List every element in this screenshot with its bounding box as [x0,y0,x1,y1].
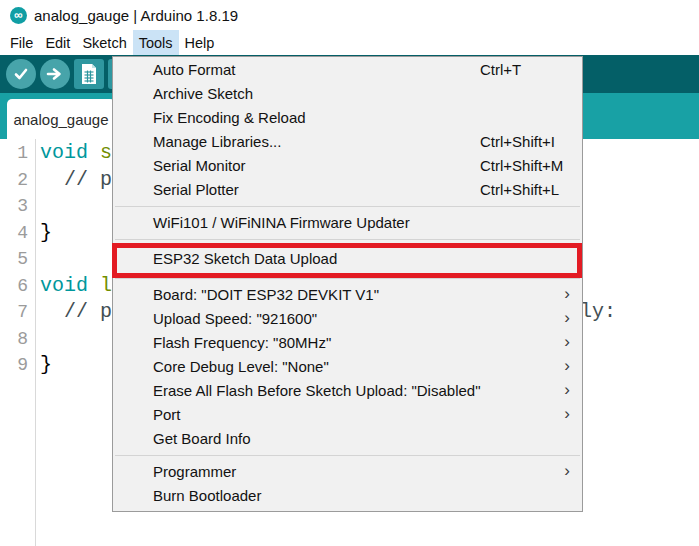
menu-item-port[interactable]: Port› [113,403,582,427]
menu-item-label: Port [153,406,181,423]
menubar-item-edit[interactable]: Edit [39,30,76,55]
line-number: 6 [0,273,35,300]
arduino-ide-window: { "window": { "title": "analog_gauge | A… [0,0,699,546]
menu-separator [115,455,580,456]
menu-item-label: Serial Plotter [153,181,239,198]
code-segment: } [40,353,52,376]
line-number: 1 [0,140,35,167]
window-title: analog_gauge | Arduino 1.8.19 [34,7,238,24]
submenu-chevron-icon: › [564,378,570,402]
menu-separator [115,239,580,240]
menu-item-upload-speed-921600[interactable]: Upload Speed: "921600"› [113,307,582,331]
new-sketch-button[interactable] [74,59,104,89]
menu-item-core-debug-level-none[interactable]: Core Debug Level: "None"› [113,355,582,379]
tools-dropdown-menu: Auto FormatCtrl+TArchive SketchFix Encod… [112,56,583,512]
line-number: 7 [0,299,35,326]
menubar-item-file[interactable]: File [4,30,39,55]
code-segment [88,274,100,297]
menu-item-serial-plotter[interactable]: Serial PlotterCtrl+Shift+L [113,178,582,202]
right-arrow-icon [46,65,64,83]
menu-item-label: Fix Encoding & Reload [153,109,306,126]
menu-item-label: Serial Monitor [153,157,246,174]
menu-item-auto-format[interactable]: Auto FormatCtrl+T [113,58,582,82]
menubar-item-sketch[interactable]: Sketch [76,30,132,55]
menu-bar: FileEditSketchToolsHelp [0,30,699,55]
tab-analog-gauge[interactable]: analog_gauge [7,99,115,139]
submenu-chevron-icon: › [564,306,570,330]
submenu-chevron-icon: › [564,330,570,354]
menu-item-flash-frequency-80mhz[interactable]: Flash Frequency: "80MHz"› [113,331,582,355]
menubar-item-help[interactable]: Help [179,30,221,55]
menu-item-esp32-sketch-data-upload[interactable]: ESP32 Sketch Data Upload [113,244,582,274]
menu-item-shortcut: Ctrl+Shift+L [480,178,559,202]
code-segment: void [40,141,88,164]
menubar-item-tools[interactable]: Tools [133,30,179,55]
menu-item-shortcut: Ctrl+Shift+I [480,130,555,154]
new-document-icon [79,63,99,85]
verify-button[interactable] [6,59,36,89]
menu-item-erase-all-flash-before-sketch-upload-disabled[interactable]: Erase All Flash Before Sketch Upload: "D… [113,379,582,403]
line-number: 4 [0,220,35,247]
menu-item-label: Burn Bootloader [153,487,261,504]
menu-separator [115,206,580,207]
line-number: 3 [0,193,35,220]
line-number: 5 [0,246,35,273]
menu-item-label: Archive Sketch [153,85,253,102]
menu-item-fix-encoding-reload[interactable]: Fix Encoding & Reload [113,106,582,130]
submenu-chevron-icon: › [564,459,570,483]
menu-item-board-doit-esp32-devkit-v1[interactable]: Board: "DOIT ESP32 DEVKIT V1"› [113,283,582,307]
menu-item-get-board-info[interactable]: Get Board Info [113,427,582,451]
menu-item-manage-libraries[interactable]: Manage Libraries...Ctrl+Shift+I [113,130,582,154]
line-number: 9 [0,352,35,379]
check-icon [12,65,30,83]
line-number: 8 [0,326,35,353]
menu-item-label: Get Board Info [153,430,251,447]
menu-item-label: Flash Frequency: "80MHz" [153,334,331,351]
menu-item-label: WiFi101 / WiFiNINA Firmware Updater [153,214,410,231]
code-segment: void [40,274,88,297]
menu-item-label: Core Debug Level: "None" [153,358,329,375]
code-segment: } [40,221,52,244]
menu-item-archive-sketch[interactable]: Archive Sketch [113,82,582,106]
code-segment [88,141,100,164]
menu-item-serial-monitor[interactable]: Serial MonitorCtrl+Shift+M [113,154,582,178]
menu-item-label: Programmer [153,463,236,480]
submenu-chevron-icon: › [564,402,570,426]
menu-separator [115,278,580,279]
menu-item-label: Board: "DOIT ESP32 DEVKIT V1" [153,286,379,303]
menu-item-shortcut: Ctrl+Shift+M [480,154,563,178]
menu-item-label: Upload Speed: "921600" [153,310,317,327]
tab-label: analog_gauge [13,111,108,128]
upload-button[interactable] [40,59,70,89]
menu-item-label: ESP32 Sketch Data Upload [153,250,337,267]
menu-item-shortcut: Ctrl+T [480,58,521,82]
arduino-logo-icon: ∞ [10,7,27,24]
menu-item-wifi101-wifinina-firmware-updater[interactable]: WiFi101 / WiFiNINA Firmware Updater [113,211,582,235]
title-bar: ∞ analog_gauge | Arduino 1.8.19 [0,0,699,30]
menu-item-label: Manage Libraries... [153,133,281,150]
menu-item-burn-bootloader[interactable]: Burn Bootloader [113,484,582,508]
submenu-chevron-icon: › [564,354,570,378]
menu-item-label: Erase All Flash Before Sketch Upload: "D… [153,382,480,399]
line-number-gutter: 123456789 [0,139,36,546]
menu-item-label: Auto Format [153,61,236,78]
line-number: 2 [0,167,35,194]
submenu-chevron-icon: › [564,282,570,306]
menu-item-programmer[interactable]: Programmer› [113,460,582,484]
